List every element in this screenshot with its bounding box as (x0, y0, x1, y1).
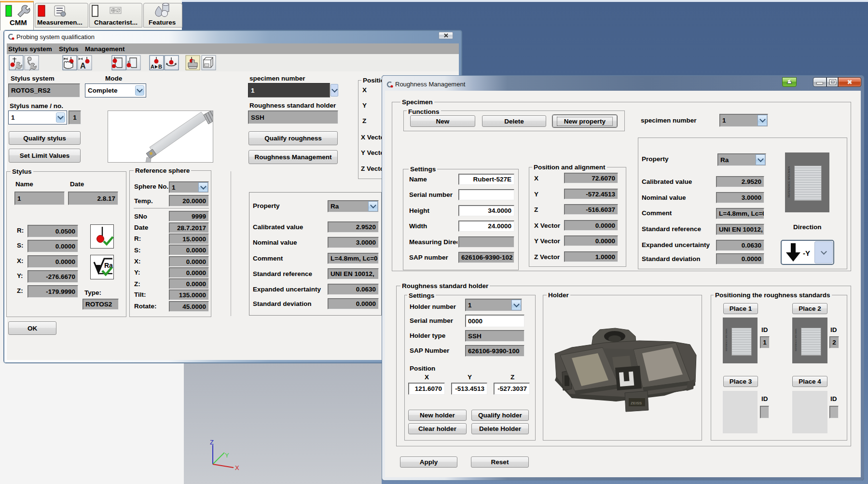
svg-text:ZEISS: ZEISS (631, 401, 642, 405)
svg-text:-Y: -Y (803, 249, 810, 257)
